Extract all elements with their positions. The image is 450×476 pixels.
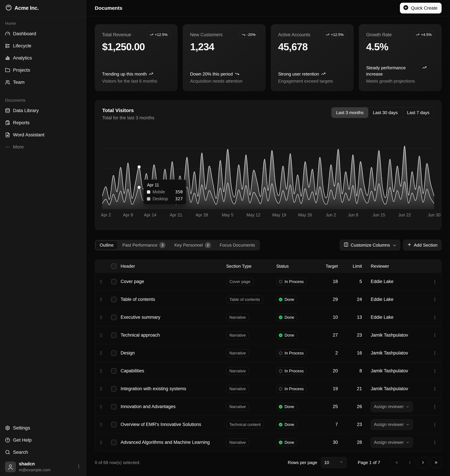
sidebar-item-settings[interactable]: Settings xyxy=(3,423,83,433)
column-header-status: Status xyxy=(276,264,322,269)
row-checkbox[interactable] xyxy=(111,315,117,320)
x-tick-label: Apr 8 xyxy=(123,213,133,217)
limit-cell: 13 xyxy=(357,315,371,320)
check-circle-filled-icon xyxy=(278,315,283,319)
drag-handle[interactable] xyxy=(99,369,103,373)
user-more-button[interactable] xyxy=(77,464,81,470)
row-header-cell[interactable]: Table of contents xyxy=(121,297,226,302)
range-last-7-days[interactable]: Last 7 days xyxy=(402,107,434,118)
sidebar-item-lifecycle[interactable]: Lifecycle xyxy=(3,41,83,51)
previous-page-button[interactable] xyxy=(404,457,415,468)
row-actions-button[interactable] xyxy=(432,404,437,409)
sidebar-item-team[interactable]: Team xyxy=(3,77,83,87)
row-checkbox[interactable] xyxy=(111,386,117,392)
row-actions-button[interactable] xyxy=(432,333,437,338)
user-email: m@example.com xyxy=(19,468,50,472)
tab-outline[interactable]: Outline xyxy=(96,241,118,250)
folder-icon xyxy=(5,68,10,73)
stat-card-footer-title: Steady performance increase xyxy=(366,65,420,77)
drag-handle[interactable] xyxy=(99,440,103,445)
row-checkbox[interactable] xyxy=(111,404,117,409)
ellipsis-v-icon xyxy=(432,351,437,355)
target-cell: 27 xyxy=(333,333,345,338)
row-header-cell[interactable]: Technical approach xyxy=(121,333,226,338)
tab-focus-documents[interactable]: Focus Documents xyxy=(216,241,259,250)
row-checkbox[interactable] xyxy=(111,422,117,427)
ellipsis-v-icon xyxy=(432,369,437,373)
row-header-cell[interactable]: Capabilities xyxy=(121,368,226,373)
user-menu[interactable]: shadcn m@example.com xyxy=(3,459,83,473)
drag-handle[interactable] xyxy=(99,422,103,427)
row-actions-button[interactable] xyxy=(432,422,437,427)
assign-reviewer-select[interactable]: Assign reviewer xyxy=(371,437,413,448)
drag-handle[interactable] xyxy=(99,315,103,320)
drag-handle[interactable] xyxy=(99,279,103,284)
range-last-3-months[interactable]: Last 3 months xyxy=(332,107,368,118)
row-actions-button[interactable] xyxy=(432,297,437,302)
row-actions-button[interactable] xyxy=(432,369,437,373)
chevrons-right-icon xyxy=(434,460,438,465)
drag-handle[interactable] xyxy=(99,351,103,355)
row-header-cell[interactable]: Advanced Algorithms and Machine Learning xyxy=(121,440,226,445)
sidebar-item-data-library[interactable]: Data Library xyxy=(3,106,83,116)
sidebar-item-search[interactable]: Search xyxy=(3,447,83,457)
last-page-button[interactable] xyxy=(431,457,442,468)
row-header-cell[interactable]: Overview of EMR's Innovative Solutions xyxy=(121,422,226,427)
sidebar-item-label: Analytics xyxy=(13,55,32,61)
next-page-button[interactable] xyxy=(418,457,428,468)
select-all-checkbox[interactable] xyxy=(111,263,117,269)
sidebar-item-get-help[interactable]: Get Help xyxy=(3,435,83,445)
first-page-button[interactable] xyxy=(391,457,402,468)
time-range-toggle: Last 3 monthsLast 30 daysLast 7 days xyxy=(331,107,434,118)
range-last-30-days[interactable]: Last 30 days xyxy=(368,107,402,118)
sidebar-item-word-assistant[interactable]: Word Assistant xyxy=(3,130,83,140)
row-header-cell[interactable]: Innovation and Advantages xyxy=(121,404,226,409)
row-actions-button[interactable] xyxy=(432,315,437,320)
add-section-button[interactable]: Add Section xyxy=(403,240,442,250)
row-checkbox[interactable] xyxy=(111,440,117,445)
section-type-badge: Narrative xyxy=(226,385,249,393)
user-name: shadcn xyxy=(19,462,50,467)
stat-card-label: Active Accounts xyxy=(278,31,310,37)
section-type-badge: Narrative xyxy=(226,331,249,339)
quick-create-button[interactable]: Quick Create xyxy=(400,3,442,13)
stat-card-value: 45,678 xyxy=(278,41,346,52)
drag-handle[interactable] xyxy=(99,404,103,409)
sidebar-brand[interactable]: Acme Inc. xyxy=(0,0,86,16)
chevron-down-icon xyxy=(339,460,343,464)
sidebar-item-projects[interactable]: Projects xyxy=(3,65,83,75)
row-actions-button[interactable] xyxy=(432,351,437,355)
assign-reviewer-select[interactable]: Assign reviewer xyxy=(371,401,413,412)
row-checkbox[interactable] xyxy=(111,333,117,338)
check-circle-filled-icon xyxy=(278,405,283,409)
row-actions-button[interactable] xyxy=(432,440,437,445)
sidebar-item-more[interactable]: More xyxy=(3,142,83,152)
row-actions-button[interactable] xyxy=(432,279,437,284)
target-cell: 18 xyxy=(333,279,345,284)
sections-table: HeaderSection TypeStatusTargetLimitRevie… xyxy=(95,260,442,451)
tab-label: Outline xyxy=(100,243,113,248)
row-header-cell[interactable]: Executive summary xyxy=(121,315,226,320)
rows-per-page-select[interactable]: 10 xyxy=(321,457,347,468)
sidebar-item-analytics[interactable]: Analytics xyxy=(3,53,83,63)
drag-handle[interactable] xyxy=(99,333,103,338)
customize-columns-button[interactable]: Customize Columns xyxy=(340,240,400,250)
row-header-cell[interactable]: Integration with existing systems xyxy=(121,386,226,391)
row-checkbox[interactable] xyxy=(111,350,117,356)
drag-handle[interactable] xyxy=(99,387,103,391)
tab-past-performance[interactable]: Past Performance3 xyxy=(118,241,170,250)
chevron-down-icon xyxy=(406,405,410,409)
sidebar-item-dashboard[interactable]: Dashboard xyxy=(3,29,83,39)
sidebar-item-reports[interactable]: Reports xyxy=(3,118,83,128)
row-checkbox[interactable] xyxy=(111,279,117,284)
row-header-cell[interactable]: Cover page xyxy=(121,279,226,284)
row-checkbox[interactable] xyxy=(111,297,117,302)
status-badge: Done xyxy=(276,421,297,428)
row-header-cell[interactable]: Design xyxy=(121,350,226,356)
x-tick-label: May 26 xyxy=(298,213,312,217)
row-checkbox[interactable] xyxy=(111,368,117,374)
tab-key-personnel[interactable]: Key Personnel2 xyxy=(170,241,215,250)
row-actions-button[interactable] xyxy=(432,387,437,391)
assign-reviewer-select[interactable]: Assign reviewer xyxy=(371,419,413,430)
drag-handle[interactable] xyxy=(99,297,103,302)
